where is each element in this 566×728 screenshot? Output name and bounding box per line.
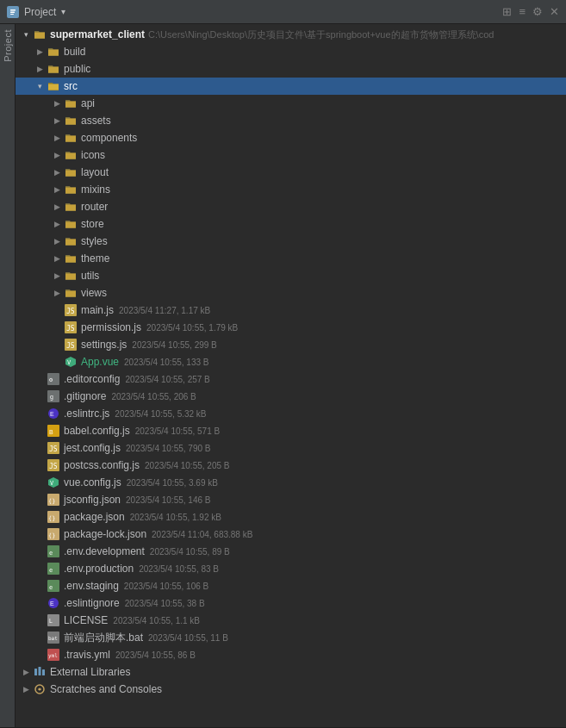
chevron-icon: ▶	[50, 96, 64, 110]
folder-icon	[64, 96, 78, 110]
tree-row[interactable]: ▶ E .eslintignore 2023/5/4 10:55, 38 B	[16, 594, 566, 612]
folder-label: theme	[81, 252, 109, 264]
tree-row[interactable]: ▶ views	[16, 284, 566, 302]
tree-row[interactable]: ▶ layout	[16, 164, 566, 181]
js-file-icon: JS	[64, 338, 78, 352]
chevron-icon: ▾	[19, 28, 33, 41]
tree-row[interactable]: ▶ ⚙ .editorconfig 2023/5/4 10:55, 257 B	[16, 370, 566, 388]
list-icon[interactable]: ≡	[519, 5, 526, 18]
folder-icon	[64, 252, 78, 265]
tree-row[interactable]: ▶ {} package.json 2023/5/4 10:55, 1.92 k…	[16, 508, 566, 526]
folder-icon	[64, 165, 78, 179]
dotenv-file-icon: e	[47, 579, 60, 593]
project-tree[interactable]: ▾ supermarket_client C:\Users\Ning\Deskt…	[16, 24, 566, 727]
layout-icon[interactable]: ⊞	[502, 5, 512, 18]
project-icon	[7, 6, 19, 18]
tree-row[interactable]: ▶ JS main.js 2023/5/4 11:27, 1.17 kB	[16, 302, 566, 319]
js-file-icon: JS	[47, 458, 60, 472]
file-label: postcss.config.js	[64, 459, 140, 471]
tree-row[interactable]: ▶ build	[16, 43, 566, 60]
chevron-icon: ▶	[50, 269, 64, 283]
dotenv-file-icon: e	[47, 544, 60, 558]
folder-label: layout	[81, 166, 109, 178]
folder-label: views	[81, 287, 107, 299]
tree-row[interactable]: ▶ JS settings.js 2023/5/4 10:55, 299 B	[16, 336, 566, 353]
tree-row[interactable]: ▶ store	[16, 215, 566, 233]
tree-row[interactable]: ▶ e .env.production 2023/5/4 10:55, 83 B	[16, 560, 566, 577]
json-file-icon: {}	[47, 510, 60, 524]
tree-row[interactable]: ▶ {} jsconfig.json 2023/5/4 10:55, 146 B	[16, 491, 566, 508]
svg-text:{}: {}	[48, 498, 55, 505]
tree-row[interactable]: ▶ L LICENSE 2023/5/4 10:55, 1.1 kB	[16, 612, 566, 629]
babel-file-icon: B	[47, 424, 60, 438]
tree-row[interactable]: ▶ assets	[16, 112, 566, 129]
tree-row[interactable]: ▶ V vue.config.js 2023/5/4 10:55, 3.69 k…	[16, 474, 566, 491]
file-meta: 2023/5/4 10:55, 205 B	[145, 461, 229, 470]
file-meta: 2023/5/4 10:55, 257 B	[125, 375, 209, 384]
tree-row[interactable]: ▶ B babel.config.js 2023/5/4 10:55, 571 …	[16, 422, 566, 439]
chevron-icon: ▶	[33, 45, 47, 59]
tree-row[interactable]: ▶ components	[16, 129, 566, 146]
folder-label: public	[64, 63, 90, 75]
file-label: .gitignore	[64, 390, 106, 402]
tree-row[interactable]: ▾ supermarket_client C:\Users\Ning\Deskt…	[16, 26, 566, 43]
main-layout: Project ▾ supermarket_client C:\Users\Ni…	[0, 24, 566, 727]
folder-label: src	[64, 80, 78, 92]
eslint-file-icon: E	[47, 596, 60, 610]
svg-text:JS: JS	[66, 342, 75, 350]
file-label: LICENSE	[64, 614, 108, 626]
tree-row[interactable]: ▶ bat 前端启动脚本.bat 2023/5/4 10:55, 11 B	[16, 629, 566, 646]
tree-row[interactable]: ▶ mixins	[16, 181, 566, 198]
file-label: .env.development	[64, 545, 145, 557]
tree-row[interactable]: ▶ JS jest.config.js 2023/5/4 10:55, 790 …	[16, 439, 566, 457]
file-meta: 2023/5/4 10:55, 206 B	[111, 392, 196, 401]
folder-icon	[64, 217, 78, 231]
tree-row[interactable]: ▶ {} package-lock.json 2023/5/4 11:04, 6…	[16, 526, 566, 543]
chevron-icon: ▶	[50, 148, 64, 162]
json-file-icon: {}	[47, 493, 60, 507]
file-label: App.vue	[81, 356, 119, 368]
folder-icon	[64, 286, 78, 300]
svg-text:yml: yml	[48, 652, 58, 659]
tree-row[interactable]: ▶ g .gitignore 2023/5/4 10:55, 206 B	[16, 388, 566, 405]
license-file-icon: L	[47, 613, 60, 627]
svg-text:E: E	[50, 411, 54, 417]
tree-row[interactable]: ▶ V App.vue 2023/5/4 10:55, 133 B	[16, 353, 566, 370]
tree-row[interactable]: ▾ src	[16, 78, 566, 95]
file-label: permission.js	[81, 321, 141, 333]
tree-row[interactable]: ▶ E .eslintrc.js 2023/5/4 10:55, 5.32 kB	[16, 405, 566, 422]
title-chevron[interactable]: ▾	[61, 7, 65, 16]
file-label: .env.production	[64, 563, 134, 575]
svg-text:e: e	[49, 550, 53, 557]
tree-row[interactable]: ▶ public	[16, 60, 566, 78]
tree-row[interactable]: ▶ Scratches and Consoles	[16, 681, 566, 698]
svg-text:JS: JS	[66, 325, 75, 333]
tree-row[interactable]: ▶ styles	[16, 233, 566, 250]
tree-row[interactable]: ▶ External Libraries	[16, 663, 566, 681]
folder-icon	[64, 269, 78, 283]
tree-row[interactable]: ▶ e .env.staging 2023/5/4 10:55, 106 B	[16, 577, 566, 594]
file-meta: 2023/5/4 10:55, 38 B	[125, 599, 205, 608]
tree-row[interactable]: ▶ router	[16, 198, 566, 215]
svg-text:g: g	[50, 394, 53, 401]
file-meta: 2023/5/4 10:55, 83 B	[139, 564, 219, 574]
tree-row[interactable]: ▶ yml .travis.yml 2023/5/4 10:55, 86 B	[16, 646, 566, 663]
title-bar: Project ▾ ⊞ ≡ ⚙ ✕	[0, 0, 566, 24]
js-file-icon: JS	[64, 303, 78, 317]
tree-row[interactable]: ▶ icons	[16, 146, 566, 164]
file-label: settings.js	[81, 339, 127, 351]
folder-label: components	[81, 132, 137, 144]
tree-row[interactable]: ▶ theme	[16, 250, 566, 267]
file-label: jest.config.js	[64, 442, 121, 454]
tree-row[interactable]: ▶ utils	[16, 267, 566, 284]
tree-row[interactable]: ▶ e .env.development 2023/5/4 10:55, 89 …	[16, 543, 566, 560]
title-actions: ⊞ ≡ ⚙ ✕	[502, 5, 559, 18]
close-icon[interactable]: ✕	[550, 5, 559, 18]
tree-row[interactable]: ▶ JS postcss.config.js 2023/5/4 10:55, 2…	[16, 457, 566, 474]
tree-row[interactable]: ▶ JS permission.js 2023/5/4 10:55, 1.79 …	[16, 319, 566, 336]
file-meta: 2023/5/4 11:27, 1.17 kB	[119, 306, 210, 315]
folder-icon	[64, 114, 78, 128]
tree-row[interactable]: ▶ api	[16, 95, 566, 112]
settings-icon[interactable]: ⚙	[532, 5, 543, 18]
svg-text:{}: {}	[48, 515, 55, 522]
